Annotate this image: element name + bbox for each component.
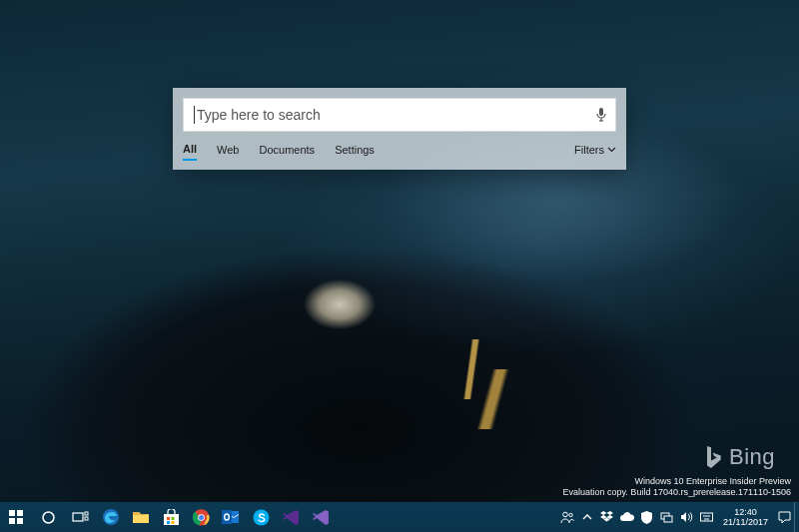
svg-rect-28 bbox=[701, 513, 713, 521]
taskbar-app-file-explorer[interactable] bbox=[126, 502, 156, 532]
chevron-up-icon bbox=[582, 513, 592, 521]
action-center-button[interactable] bbox=[774, 502, 794, 532]
svg-rect-10 bbox=[85, 517, 88, 520]
tray-volume[interactable] bbox=[677, 502, 697, 532]
svg-point-24 bbox=[563, 512, 568, 517]
watermark-line1: Windows 10 Enterprise Insider Preview bbox=[563, 476, 792, 487]
svg-point-7 bbox=[43, 512, 54, 523]
show-desktop-button[interactable] bbox=[794, 502, 799, 532]
notification-icon bbox=[778, 511, 791, 524]
cloud-icon bbox=[619, 512, 634, 522]
taskbar-app-vscode[interactable] bbox=[276, 502, 306, 532]
store-icon bbox=[163, 509, 180, 526]
svg-rect-27 bbox=[664, 516, 672, 522]
people-button[interactable] bbox=[557, 502, 577, 532]
svg-rect-3 bbox=[9, 510, 15, 516]
taskbar: 12:40 21/11/2017 bbox=[0, 502, 799, 532]
taskview-icon bbox=[72, 511, 89, 524]
tab-documents[interactable]: Documents bbox=[259, 144, 315, 160]
folder-icon bbox=[132, 509, 150, 525]
tray-input-indicator[interactable] bbox=[697, 502, 717, 532]
cortana-button[interactable] bbox=[32, 502, 64, 532]
filters-dropdown[interactable]: Filters bbox=[574, 144, 616, 160]
bing-logo: Bing bbox=[703, 444, 775, 470]
tray-onedrive[interactable] bbox=[617, 502, 637, 532]
taskbar-right: 12:40 21/11/2017 bbox=[557, 502, 799, 532]
svg-rect-13 bbox=[167, 517, 170, 520]
start-button[interactable] bbox=[0, 502, 32, 532]
watermark-line2: Evaluation copy. Build 17040.rs_prerelea… bbox=[563, 487, 792, 498]
skype-icon bbox=[253, 509, 270, 526]
svg-point-19 bbox=[199, 515, 204, 520]
taskbar-app-outlook[interactable] bbox=[216, 502, 246, 532]
desktop-wallpaper: All Web Documents Settings Filters Bing … bbox=[0, 0, 799, 532]
wifi-icon bbox=[660, 511, 673, 523]
taskbar-left bbox=[0, 502, 336, 532]
windows-icon bbox=[9, 510, 23, 524]
cortana-icon bbox=[41, 510, 56, 525]
microphone-icon[interactable] bbox=[587, 107, 615, 123]
tray-dropbox[interactable] bbox=[597, 502, 617, 532]
svg-rect-6 bbox=[17, 518, 23, 524]
svg-point-25 bbox=[569, 513, 572, 516]
taskbar-app-store[interactable] bbox=[156, 502, 186, 532]
svg-rect-0 bbox=[599, 108, 603, 116]
search-box[interactable] bbox=[183, 98, 616, 132]
svg-rect-15 bbox=[167, 521, 170, 524]
visual-studio-icon bbox=[313, 509, 330, 526]
search-input[interactable] bbox=[195, 99, 587, 131]
tab-all[interactable]: All bbox=[183, 143, 197, 161]
keyboard-icon bbox=[700, 511, 713, 523]
clock-date: 21/11/2017 bbox=[723, 517, 768, 527]
shield-icon bbox=[641, 511, 652, 524]
svg-rect-9 bbox=[85, 512, 88, 515]
svg-rect-5 bbox=[9, 518, 15, 524]
taskbar-app-edge[interactable] bbox=[96, 502, 126, 532]
svg-rect-14 bbox=[171, 517, 174, 520]
svg-rect-21 bbox=[222, 510, 232, 524]
chrome-icon bbox=[193, 509, 210, 526]
taskbar-clock[interactable]: 12:40 21/11/2017 bbox=[717, 507, 774, 528]
taskview-button[interactable] bbox=[64, 502, 96, 532]
bing-b-icon bbox=[703, 444, 723, 470]
svg-rect-8 bbox=[73, 513, 83, 521]
vscode-icon bbox=[283, 509, 300, 526]
svg-rect-16 bbox=[171, 521, 174, 524]
tray-overflow[interactable] bbox=[577, 502, 597, 532]
search-panel: All Web Documents Settings Filters bbox=[173, 88, 626, 170]
outlook-icon bbox=[222, 509, 240, 525]
people-icon bbox=[560, 510, 574, 524]
dropbox-icon bbox=[600, 511, 613, 523]
taskbar-app-chrome[interactable] bbox=[186, 502, 216, 532]
bing-label: Bing bbox=[729, 444, 775, 470]
taskbar-app-skype[interactable] bbox=[246, 502, 276, 532]
build-watermark: Windows 10 Enterprise Insider Preview Ev… bbox=[563, 476, 792, 499]
taskbar-app-visual-studio[interactable] bbox=[306, 502, 336, 532]
svg-rect-4 bbox=[17, 510, 23, 516]
filters-label: Filters bbox=[574, 144, 604, 156]
edge-icon bbox=[102, 508, 120, 526]
volume-icon bbox=[680, 511, 693, 523]
tab-web[interactable]: Web bbox=[217, 144, 239, 160]
clock-time: 12:40 bbox=[723, 507, 768, 517]
tray-network[interactable] bbox=[657, 502, 677, 532]
search-tabs: All Web Documents Settings Filters bbox=[183, 140, 616, 164]
chevron-down-icon bbox=[607, 147, 616, 153]
tray-antivirus[interactable] bbox=[637, 502, 657, 532]
tab-settings[interactable]: Settings bbox=[335, 144, 375, 160]
